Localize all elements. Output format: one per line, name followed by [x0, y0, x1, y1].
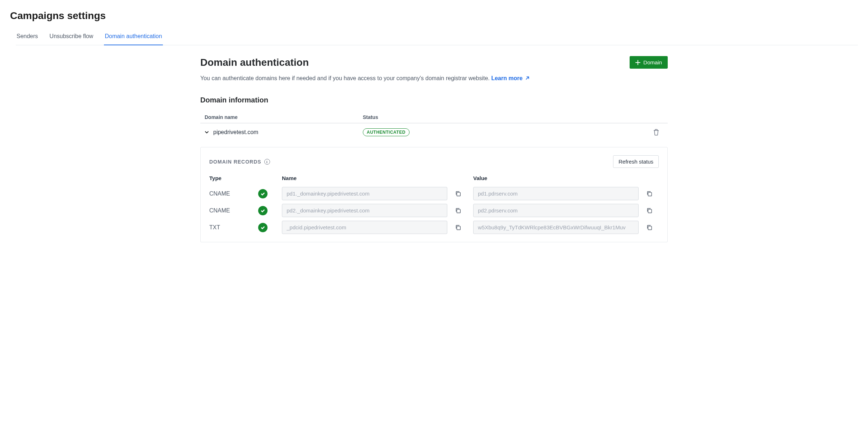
record-value-field[interactable]	[473, 204, 639, 217]
section-description: You can authenticate domains here if nee…	[200, 75, 668, 82]
learn-more-label: Learn more	[491, 75, 522, 82]
copy-value-button[interactable]	[644, 206, 654, 216]
svg-rect-2	[457, 209, 460, 213]
domain-table-header: Domain name Status	[200, 114, 668, 123]
learn-more-link[interactable]: Learn more	[491, 75, 530, 82]
copy-name-button[interactable]	[453, 206, 463, 216]
col-header-value: Value	[473, 175, 639, 183]
record-type: CNAME	[209, 207, 252, 214]
record-type: TXT	[209, 224, 252, 231]
external-link-icon	[525, 76, 530, 81]
domain-records-title-text: DOMAIN RECORDS	[209, 159, 261, 165]
record-type: CNAME	[209, 191, 252, 197]
records-grid: Type Name Value CNAME CNAME TXT	[209, 175, 659, 234]
section-title: Domain authentication	[200, 57, 309, 68]
copy-icon	[455, 191, 461, 197]
check-icon	[258, 189, 268, 198]
tabs: Senders Unsubscribe flow Domain authenti…	[16, 29, 858, 45]
copy-icon	[455, 224, 461, 231]
delete-domain-button[interactable]	[649, 129, 663, 136]
domain-name-cell[interactable]: pipedrivetest.com	[205, 129, 363, 136]
description-text: You can authenticate domains here if nee…	[200, 75, 490, 81]
col-header-status: Status	[363, 114, 649, 120]
record-name-field[interactable]	[282, 221, 447, 234]
svg-rect-5	[648, 226, 652, 230]
copy-icon	[455, 207, 461, 214]
tab-unsubscribe-flow[interactable]: Unsubscribe flow	[49, 29, 94, 45]
refresh-status-button[interactable]: Refresh status	[613, 155, 659, 168]
domain-records-panel: DOMAIN RECORDS i Refresh status Type Nam…	[200, 147, 668, 242]
plus-icon	[635, 60, 640, 65]
domain-name-text: pipedrivetest.com	[213, 129, 258, 136]
chevron-down-icon	[205, 130, 209, 134]
copy-name-button[interactable]	[453, 223, 463, 233]
col-header-domain-name: Domain name	[205, 114, 363, 120]
record-name-field[interactable]	[282, 187, 447, 200]
copy-name-button[interactable]	[453, 189, 463, 199]
svg-rect-3	[648, 209, 652, 213]
col-header-name: Name	[282, 175, 447, 183]
domain-records-title: DOMAIN RECORDS i	[209, 159, 270, 165]
copy-value-button[interactable]	[644, 189, 654, 199]
tab-domain-authentication[interactable]: Domain authentication	[104, 29, 163, 45]
record-value-field[interactable]	[473, 221, 639, 234]
info-icon[interactable]: i	[264, 159, 270, 165]
copy-icon	[646, 191, 653, 197]
domain-info-title: Domain information	[200, 96, 668, 104]
check-icon	[258, 223, 268, 232]
add-domain-button[interactable]: Domain	[630, 56, 668, 69]
tab-senders[interactable]: Senders	[16, 29, 39, 45]
copy-value-button[interactable]	[644, 223, 654, 233]
status-badge: AUTHENTICATED	[363, 128, 410, 136]
svg-rect-1	[648, 192, 652, 196]
check-icon	[258, 206, 268, 215]
copy-icon	[646, 224, 653, 231]
record-name-field[interactable]	[282, 204, 447, 217]
domain-row: pipedrivetest.com AUTHENTICATED	[200, 123, 668, 141]
col-header-type: Type	[209, 175, 252, 183]
add-domain-button-label: Domain	[643, 59, 662, 65]
page-title: Campaigns settings	[10, 10, 858, 22]
svg-rect-0	[457, 192, 460, 196]
svg-rect-4	[457, 226, 460, 230]
copy-icon	[646, 207, 653, 214]
trash-icon	[653, 129, 659, 136]
record-value-field[interactable]	[473, 187, 639, 200]
